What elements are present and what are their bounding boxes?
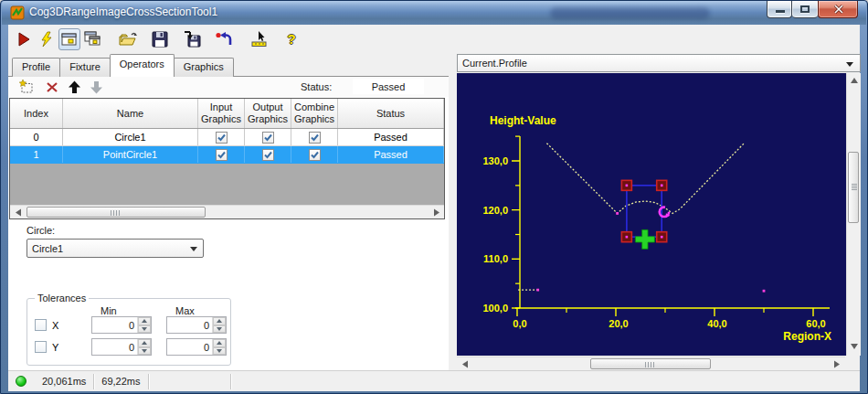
titlebar[interactable]: Cog3DRangeImageCrossSectionTool1 bbox=[2, 1, 866, 25]
spinner-value[interactable]: 0 bbox=[167, 317, 212, 333]
spinner-up-button[interactable] bbox=[213, 339, 226, 347]
column-header[interactable]: Status bbox=[338, 99, 444, 128]
hscroll-thumb[interactable] bbox=[26, 207, 206, 218]
check-icon bbox=[217, 150, 227, 160]
checkbox-cell[interactable] bbox=[245, 129, 291, 145]
cell-status[interactable]: Passed bbox=[338, 146, 444, 163]
center-cross-handle[interactable] bbox=[635, 229, 654, 249]
scroll-left-icon[interactable] bbox=[13, 206, 24, 219]
column-header[interactable]: Output Graphics bbox=[245, 99, 291, 128]
checkbox-cell[interactable] bbox=[291, 146, 338, 163]
checkbox[interactable] bbox=[309, 149, 321, 161]
spinner-value[interactable]: 0 bbox=[92, 317, 137, 333]
spinner-down-button[interactable] bbox=[138, 347, 151, 356]
reset-button[interactable] bbox=[213, 28, 235, 50]
tolerance-y-checkbox[interactable] bbox=[35, 341, 47, 353]
column-header[interactable]: Index bbox=[10, 99, 63, 128]
tolerance-x-checkbox[interactable] bbox=[35, 319, 47, 331]
move-down-button[interactable] bbox=[87, 79, 105, 95]
cell-index[interactable]: 0 bbox=[10, 129, 63, 145]
spin-down-icon bbox=[217, 349, 222, 353]
cell-status[interactable]: Passed bbox=[338, 129, 444, 145]
cursor-tool-button[interactable] bbox=[249, 28, 270, 50]
tab-graphics[interactable]: Graphics bbox=[174, 58, 234, 77]
help-button[interactable]: ? bbox=[281, 28, 302, 50]
cell-name[interactable]: PointCircle1 bbox=[63, 146, 198, 163]
save-as-button[interactable] bbox=[181, 28, 203, 50]
tolerance-x-min-spinner[interactable]: 0 bbox=[91, 316, 152, 334]
vertex-marker bbox=[536, 289, 539, 292]
checkbox[interactable] bbox=[216, 132, 228, 144]
checkbox-cell[interactable] bbox=[198, 146, 245, 163]
grid-hscrollbar[interactable] bbox=[10, 205, 444, 218]
region-rect[interactable] bbox=[627, 186, 662, 237]
display-vscrollbar[interactable] bbox=[846, 73, 861, 356]
add-operator-button[interactable] bbox=[17, 79, 36, 95]
checkbox-cell[interactable] bbox=[291, 129, 338, 145]
spinner-up-button[interactable] bbox=[138, 317, 151, 325]
scroll-down-icon[interactable] bbox=[847, 342, 862, 353]
spinner-down-button[interactable] bbox=[138, 325, 151, 334]
tab-profile[interactable]: Profile bbox=[12, 58, 60, 77]
reset-icon bbox=[215, 31, 233, 47]
checkbox[interactable] bbox=[262, 132, 274, 144]
scroll-left-icon[interactable] bbox=[460, 357, 471, 371]
column-header[interactable]: Input Graphics bbox=[198, 99, 245, 128]
save-file-button[interactable] bbox=[149, 28, 171, 50]
spinner-buttons bbox=[137, 339, 151, 355]
cell-name[interactable]: Circle1 bbox=[63, 129, 198, 145]
table-row[interactable]: 0Circle1Passed bbox=[10, 129, 444, 146]
profile-display[interactable]: 130,0120,0110,0100,00,020,040,060,0Heigh… bbox=[457, 73, 846, 356]
checkbox[interactable] bbox=[262, 149, 274, 161]
close-button[interactable] bbox=[818, 1, 858, 18]
tolerance-y-min-spinner[interactable]: 0 bbox=[91, 338, 152, 356]
run-icon bbox=[16, 31, 32, 48]
open-file-button[interactable] bbox=[117, 28, 139, 50]
show-display-button[interactable] bbox=[58, 28, 80, 50]
spinner-down-button[interactable] bbox=[213, 347, 226, 356]
run-button[interactable] bbox=[13, 28, 35, 50]
delete-operator-button[interactable] bbox=[43, 79, 61, 95]
checkbox[interactable] bbox=[309, 132, 321, 144]
record-selector[interactable]: Current.Profile bbox=[457, 54, 861, 72]
operators-grid[interactable]: IndexNameInput GraphicsOutput GraphicsCo… bbox=[9, 98, 445, 219]
run-live-button[interactable] bbox=[36, 28, 58, 50]
delete-x-icon bbox=[46, 81, 58, 93]
column-header[interactable]: Combine Graphics bbox=[291, 99, 338, 128]
circle-combobox[interactable]: Circle1 bbox=[26, 239, 204, 258]
help-icon: ? bbox=[287, 31, 295, 47]
cell-index[interactable]: 1 bbox=[10, 146, 63, 163]
checkbox-cell[interactable] bbox=[245, 146, 291, 163]
scroll-up-icon[interactable] bbox=[847, 76, 862, 87]
spinner-down-button[interactable] bbox=[213, 325, 226, 334]
move-up-button[interactable] bbox=[65, 79, 83, 95]
spinner-value[interactable]: 0 bbox=[92, 339, 137, 355]
corner-handle-dot bbox=[661, 185, 663, 187]
check-icon bbox=[263, 133, 273, 143]
maximize-button[interactable] bbox=[792, 1, 818, 18]
check-icon bbox=[263, 150, 273, 160]
spinner-value[interactable]: 0 bbox=[167, 339, 212, 355]
status-value: Passed bbox=[353, 79, 424, 94]
checkbox-cell[interactable] bbox=[198, 129, 245, 145]
minimize-button[interactable] bbox=[767, 1, 792, 18]
float-display-button[interactable] bbox=[81, 28, 103, 50]
spinner-up-button[interactable] bbox=[138, 339, 151, 347]
hscroll-thumb[interactable] bbox=[590, 358, 711, 369]
tolerance-x-max-spinner[interactable]: 0 bbox=[166, 316, 227, 334]
window-controls bbox=[767, 1, 858, 18]
tab-operators[interactable]: Operators bbox=[110, 54, 175, 77]
scroll-right-icon[interactable] bbox=[431, 206, 442, 219]
scroll-right-icon[interactable] bbox=[831, 357, 842, 371]
spinner-up-button[interactable] bbox=[213, 317, 226, 325]
vscroll-thumb[interactable] bbox=[848, 152, 859, 223]
tab-fixture[interactable]: Fixture bbox=[59, 58, 111, 77]
x-tick-label: 40,0 bbox=[707, 318, 726, 329]
corner-handle-dot bbox=[661, 236, 663, 239]
arrow-up-icon bbox=[68, 80, 81, 94]
checkbox[interactable] bbox=[216, 149, 228, 161]
table-row[interactable]: 1PointCircle1Passed bbox=[10, 146, 444, 164]
tolerance-y-max-spinner[interactable]: 0 bbox=[166, 338, 227, 356]
column-header[interactable]: Name bbox=[63, 99, 198, 128]
display-hscrollbar[interactable] bbox=[457, 357, 845, 370]
